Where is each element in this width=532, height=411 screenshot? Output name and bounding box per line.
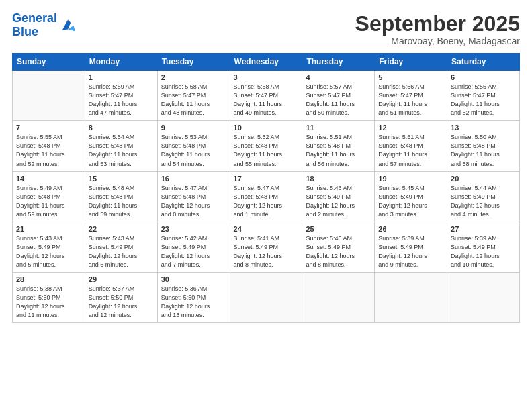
logo: General Blue xyxy=(12,12,77,39)
logo-line1: General xyxy=(12,11,57,25)
calendar-header-friday: Friday xyxy=(375,54,447,71)
day-cell xyxy=(447,272,520,322)
day-cell: 2Sunrise: 5:58 AM Sunset: 5:47 PM Daylig… xyxy=(157,71,230,121)
day-cell: 11Sunrise: 5:51 AM Sunset: 5:48 PM Dayli… xyxy=(302,121,375,171)
day-cell: 1Sunrise: 5:59 AM Sunset: 5:47 PM Daylig… xyxy=(85,71,157,121)
day-number: 13 xyxy=(451,124,516,132)
day-number: 5 xyxy=(378,73,443,81)
day-info: Sunrise: 5:47 AM Sunset: 5:48 PM Dayligh… xyxy=(234,184,299,219)
calendar-table: SundayMondayTuesdayWednesdayThursdayFrid… xyxy=(12,53,520,323)
day-info: Sunrise: 5:54 AM Sunset: 5:48 PM Dayligh… xyxy=(89,133,154,168)
day-number: 18 xyxy=(306,175,371,183)
day-cell: 20Sunrise: 5:44 AM Sunset: 5:49 PM Dayli… xyxy=(447,171,520,222)
day-number: 26 xyxy=(378,225,443,233)
day-number: 24 xyxy=(234,225,299,233)
week-row-3: 21Sunrise: 5:43 AM Sunset: 5:49 PM Dayli… xyxy=(13,222,520,272)
day-cell xyxy=(13,71,85,121)
day-cell: 6Sunrise: 5:55 AM Sunset: 5:47 PM Daylig… xyxy=(447,71,520,121)
calendar-header-tuesday: Tuesday xyxy=(157,54,230,71)
calendar-header-wednesday: Wednesday xyxy=(230,54,302,71)
day-info: Sunrise: 5:38 AM Sunset: 5:50 PM Dayligh… xyxy=(16,285,81,320)
day-cell: 13Sunrise: 5:50 AM Sunset: 5:48 PM Dayli… xyxy=(447,121,520,171)
day-info: Sunrise: 5:48 AM Sunset: 5:48 PM Dayligh… xyxy=(89,184,154,219)
day-info: Sunrise: 5:46 AM Sunset: 5:49 PM Dayligh… xyxy=(306,184,371,219)
day-number: 19 xyxy=(378,175,443,183)
day-cell: 21Sunrise: 5:43 AM Sunset: 5:49 PM Dayli… xyxy=(13,222,85,272)
day-cell xyxy=(230,272,302,322)
day-number: 20 xyxy=(451,175,516,183)
day-number: 16 xyxy=(161,175,226,183)
day-cell: 10Sunrise: 5:52 AM Sunset: 5:48 PM Dayli… xyxy=(230,121,302,171)
day-info: Sunrise: 5:49 AM Sunset: 5:48 PM Dayligh… xyxy=(16,184,81,219)
day-cell: 3Sunrise: 5:58 AM Sunset: 5:47 PM Daylig… xyxy=(230,71,302,121)
day-cell: 8Sunrise: 5:54 AM Sunset: 5:48 PM Daylig… xyxy=(85,121,157,171)
day-info: Sunrise: 5:52 AM Sunset: 5:48 PM Dayligh… xyxy=(234,133,299,168)
day-cell: 24Sunrise: 5:41 AM Sunset: 5:49 PM Dayli… xyxy=(230,222,302,272)
day-number: 17 xyxy=(234,175,299,183)
day-info: Sunrise: 5:36 AM Sunset: 5:50 PM Dayligh… xyxy=(161,285,226,320)
day-info: Sunrise: 5:44 AM Sunset: 5:49 PM Dayligh… xyxy=(451,184,516,219)
day-info: Sunrise: 5:56 AM Sunset: 5:47 PM Dayligh… xyxy=(378,83,443,118)
day-cell: 17Sunrise: 5:47 AM Sunset: 5:48 PM Dayli… xyxy=(230,171,302,222)
day-number: 3 xyxy=(234,73,299,81)
logo-text: General Blue xyxy=(12,12,57,39)
day-info: Sunrise: 5:41 AM Sunset: 5:49 PM Dayligh… xyxy=(234,234,299,269)
day-cell: 15Sunrise: 5:48 AM Sunset: 5:48 PM Dayli… xyxy=(85,171,157,222)
day-cell: 12Sunrise: 5:51 AM Sunset: 5:48 PM Dayli… xyxy=(375,121,447,171)
header: General Blue September 2025 Marovoay, Bo… xyxy=(12,12,520,46)
week-row-1: 7Sunrise: 5:55 AM Sunset: 5:48 PM Daylig… xyxy=(13,121,520,171)
day-info: Sunrise: 5:39 AM Sunset: 5:49 PM Dayligh… xyxy=(378,234,443,269)
day-number: 6 xyxy=(451,73,516,81)
day-cell: 26Sunrise: 5:39 AM Sunset: 5:49 PM Dayli… xyxy=(375,222,447,272)
day-number: 30 xyxy=(161,275,226,283)
month-title: September 2025 xyxy=(355,12,520,36)
day-number: 27 xyxy=(451,225,516,233)
day-info: Sunrise: 5:58 AM Sunset: 5:47 PM Dayligh… xyxy=(234,83,299,118)
day-info: Sunrise: 5:55 AM Sunset: 5:47 PM Dayligh… xyxy=(451,83,516,118)
day-number: 23 xyxy=(161,225,226,233)
day-number: 12 xyxy=(378,124,443,132)
day-cell: 28Sunrise: 5:38 AM Sunset: 5:50 PM Dayli… xyxy=(13,272,85,322)
day-info: Sunrise: 5:50 AM Sunset: 5:48 PM Dayligh… xyxy=(451,133,516,168)
day-info: Sunrise: 5:59 AM Sunset: 5:47 PM Dayligh… xyxy=(89,83,154,118)
day-info: Sunrise: 5:43 AM Sunset: 5:49 PM Dayligh… xyxy=(89,234,154,269)
day-cell: 22Sunrise: 5:43 AM Sunset: 5:49 PM Dayli… xyxy=(85,222,157,272)
day-info: Sunrise: 5:42 AM Sunset: 5:49 PM Dayligh… xyxy=(161,234,226,269)
calendar-header-sunday: Sunday xyxy=(13,54,85,71)
logo-line2: Blue xyxy=(12,25,38,38)
day-cell xyxy=(375,272,447,322)
location: Marovoay, Boeny, Madagascar xyxy=(355,36,520,46)
day-number: 1 xyxy=(89,73,154,81)
day-cell: 29Sunrise: 5:37 AM Sunset: 5:50 PM Dayli… xyxy=(85,272,157,322)
calendar-header-saturday: Saturday xyxy=(447,54,520,71)
day-number: 2 xyxy=(161,73,226,81)
day-cell: 16Sunrise: 5:47 AM Sunset: 5:48 PM Dayli… xyxy=(157,171,230,222)
week-row-4: 28Sunrise: 5:38 AM Sunset: 5:50 PM Dayli… xyxy=(13,272,520,322)
day-number: 10 xyxy=(234,124,299,132)
day-info: Sunrise: 5:58 AM Sunset: 5:47 PM Dayligh… xyxy=(161,83,226,118)
day-cell: 23Sunrise: 5:42 AM Sunset: 5:49 PM Dayli… xyxy=(157,222,230,272)
day-cell: 27Sunrise: 5:39 AM Sunset: 5:49 PM Dayli… xyxy=(447,222,520,272)
day-number: 21 xyxy=(16,225,81,233)
day-cell: 7Sunrise: 5:55 AM Sunset: 5:48 PM Daylig… xyxy=(13,121,85,171)
day-cell: 4Sunrise: 5:57 AM Sunset: 5:47 PM Daylig… xyxy=(302,71,375,121)
day-number: 11 xyxy=(306,124,371,132)
day-info: Sunrise: 5:53 AM Sunset: 5:48 PM Dayligh… xyxy=(161,133,226,168)
day-info: Sunrise: 5:57 AM Sunset: 5:47 PM Dayligh… xyxy=(306,83,371,118)
day-info: Sunrise: 5:39 AM Sunset: 5:49 PM Dayligh… xyxy=(451,234,516,269)
day-cell: 30Sunrise: 5:36 AM Sunset: 5:50 PM Dayli… xyxy=(157,272,230,322)
calendar-page: General Blue September 2025 Marovoay, Bo… xyxy=(0,0,532,411)
day-info: Sunrise: 5:47 AM Sunset: 5:48 PM Dayligh… xyxy=(161,184,226,219)
day-number: 25 xyxy=(306,225,371,233)
day-cell: 19Sunrise: 5:45 AM Sunset: 5:49 PM Dayli… xyxy=(375,171,447,222)
logo-icon xyxy=(58,16,77,35)
calendar-header-monday: Monday xyxy=(85,54,157,71)
day-info: Sunrise: 5:55 AM Sunset: 5:48 PM Dayligh… xyxy=(16,133,81,168)
day-number: 9 xyxy=(161,124,226,132)
day-info: Sunrise: 5:37 AM Sunset: 5:50 PM Dayligh… xyxy=(89,285,154,320)
day-cell xyxy=(302,272,375,322)
day-cell: 5Sunrise: 5:56 AM Sunset: 5:47 PM Daylig… xyxy=(375,71,447,121)
day-number: 29 xyxy=(89,275,154,283)
day-info: Sunrise: 5:43 AM Sunset: 5:49 PM Dayligh… xyxy=(16,234,81,269)
day-number: 8 xyxy=(89,124,154,132)
